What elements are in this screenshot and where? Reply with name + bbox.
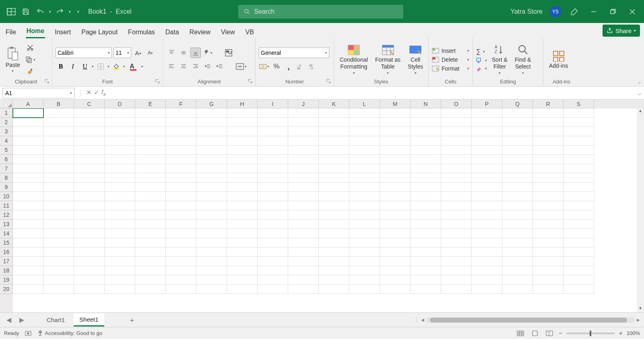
font-name-combo[interactable]: Calibri▾	[56, 48, 112, 58]
cell-C2[interactable]	[74, 118, 105, 127]
cell-B7[interactable]	[43, 164, 74, 173]
cell-R14[interactable]	[533, 229, 564, 238]
cell-G10[interactable]	[196, 192, 227, 201]
cell-J1[interactable]	[288, 108, 319, 118]
cell-R20[interactable]	[533, 285, 564, 294]
cell-S4[interactable]	[564, 136, 594, 146]
cell-J2[interactable]	[288, 118, 319, 127]
cell-S8[interactable]	[564, 173, 594, 183]
cell-S3[interactable]	[564, 127, 594, 136]
delete-cells-button[interactable]: ×Delete▾	[432, 56, 469, 64]
cell-S10[interactable]	[564, 192, 594, 201]
cell-P8[interactable]	[472, 173, 502, 183]
cell-R4[interactable]	[533, 136, 564, 146]
zoom-slider[interactable]	[566, 333, 615, 334]
cell-K9[interactable]	[319, 183, 349, 192]
cell-C18[interactable]	[74, 266, 105, 275]
cell-N18[interactable]	[411, 266, 441, 275]
cell-Q7[interactable]	[502, 164, 533, 173]
cell-G5[interactable]	[196, 146, 227, 155]
cell-Q18[interactable]	[502, 266, 533, 275]
cell-G17[interactable]	[196, 257, 227, 266]
row-header-3[interactable]: 3	[0, 127, 13, 136]
wrap-text-button[interactable]: ab	[223, 48, 234, 58]
qat-customize[interactable]: ▾	[77, 10, 79, 14]
cell-D6[interactable]	[105, 155, 135, 164]
cell-I9[interactable]	[258, 183, 288, 192]
cell-H14[interactable]	[227, 229, 258, 238]
cell-K1[interactable]	[319, 108, 349, 118]
cell-H20[interactable]	[227, 285, 258, 294]
new-sheet-button[interactable]: ＋	[127, 315, 137, 325]
column-header-P[interactable]: P	[472, 100, 502, 108]
cell-D12[interactable]	[105, 210, 135, 220]
cell-Q17[interactable]	[502, 257, 533, 266]
cell-Q2[interactable]	[502, 118, 533, 127]
addins-button[interactable]: Add-ins	[547, 41, 570, 79]
cell-P4[interactable]	[472, 136, 502, 146]
cell-C8[interactable]	[74, 173, 105, 183]
cell-A12[interactable]	[13, 210, 43, 220]
cell-A3[interactable]	[13, 127, 43, 136]
cell-C5[interactable]	[74, 146, 105, 155]
cell-L17[interactable]	[349, 257, 380, 266]
row-header-17[interactable]: 17	[0, 257, 13, 266]
cell-E16[interactable]	[135, 247, 166, 257]
column-header-N[interactable]: N	[411, 100, 441, 108]
cell-P9[interactable]	[472, 183, 502, 192]
collapse-ribbon-button[interactable]: ⌵	[638, 79, 641, 85]
cell-M5[interactable]	[380, 146, 411, 155]
cell-R19[interactable]	[533, 275, 564, 285]
cell-E15[interactable]	[135, 238, 166, 247]
cell-I14[interactable]	[258, 229, 288, 238]
cell-B15[interactable]	[43, 238, 74, 247]
row-header-13[interactable]: 13	[0, 220, 13, 229]
cell-J19[interactable]	[288, 275, 319, 285]
cell-D15[interactable]	[105, 238, 135, 247]
decrease-font-button[interactable]: A▾	[145, 48, 155, 58]
cell-F3[interactable]	[166, 127, 196, 136]
cell-F20[interactable]	[166, 285, 196, 294]
cell-D11[interactable]	[105, 201, 135, 210]
cell-A10[interactable]	[13, 192, 43, 201]
cell-A7[interactable]	[13, 164, 43, 173]
fx-button[interactable]: fx	[101, 89, 106, 97]
cell-J20[interactable]	[288, 285, 319, 294]
column-header-K[interactable]: K	[319, 100, 349, 108]
number-format-combo[interactable]: General▾	[259, 48, 329, 58]
cell-B4[interactable]	[43, 136, 74, 146]
paste-button[interactable]: Paste ▾	[3, 41, 23, 79]
cell-D9[interactable]	[105, 183, 135, 192]
cell-S13[interactable]	[564, 220, 594, 229]
cell-N10[interactable]	[411, 192, 441, 201]
cell-F2[interactable]	[166, 118, 196, 127]
cell-R5[interactable]	[533, 146, 564, 155]
cell-P14[interactable]	[472, 229, 502, 238]
cell-P17[interactable]	[472, 257, 502, 266]
undo-icon[interactable]	[35, 6, 46, 17]
copy-button[interactable]: ▾	[25, 54, 36, 65]
cell-K20[interactable]	[319, 285, 349, 294]
page-break-view-button[interactable]	[544, 329, 555, 338]
cell-E1[interactable]	[135, 108, 166, 118]
cell-O7[interactable]	[441, 164, 472, 173]
cell-H8[interactable]	[227, 173, 258, 183]
cell-N6[interactable]	[411, 155, 441, 164]
cell-K3[interactable]	[319, 127, 349, 136]
cell-Q5[interactable]	[502, 146, 533, 155]
cell-I2[interactable]	[258, 118, 288, 127]
column-header-R[interactable]: R	[533, 100, 564, 108]
orientation-button[interactable]: ab▾	[202, 48, 213, 58]
cell-C19[interactable]	[74, 275, 105, 285]
cell-S9[interactable]	[564, 183, 594, 192]
cell-L8[interactable]	[349, 173, 380, 183]
cell-S15[interactable]	[564, 238, 594, 247]
cell-I1[interactable]	[258, 108, 288, 118]
cell-J9[interactable]	[288, 183, 319, 192]
row-header-14[interactable]: 14	[0, 229, 13, 238]
cell-F7[interactable]	[166, 164, 196, 173]
share-button[interactable]: Share ▾	[603, 25, 640, 37]
row-header-12[interactable]: 12	[0, 210, 13, 220]
redo-dropdown[interactable]: ▾	[69, 10, 71, 14]
search-input[interactable]	[254, 8, 398, 15]
